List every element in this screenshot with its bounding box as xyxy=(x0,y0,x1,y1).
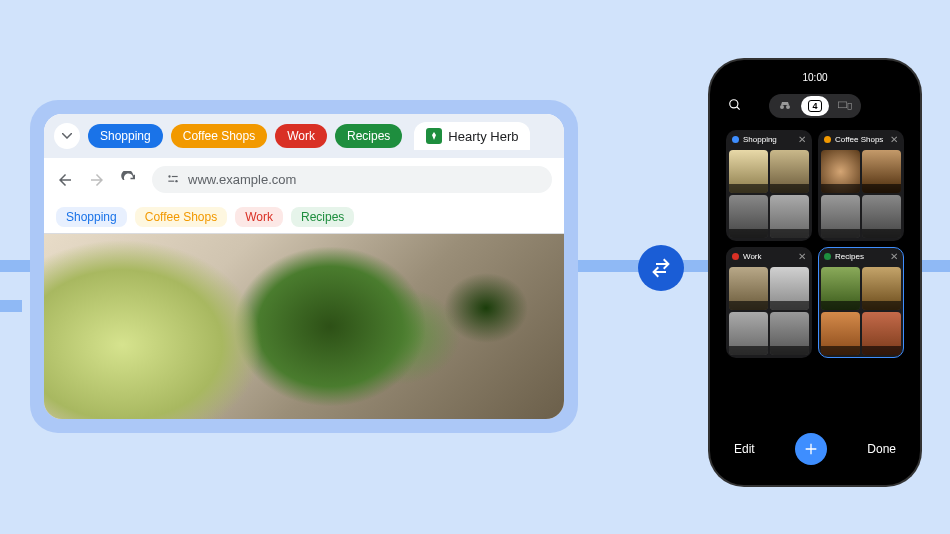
phone-screen: 10:00 4 xyxy=(718,68,912,477)
tab-thumbnail[interactable] xyxy=(821,195,860,238)
search-icon xyxy=(728,98,742,112)
seg-devices[interactable] xyxy=(831,96,859,116)
tab-thumbnail[interactable] xyxy=(729,312,768,355)
group-close-button[interactable]: ✕ xyxy=(798,134,806,145)
tab-thumbnail[interactable] xyxy=(862,150,901,193)
desktop-browser-frame: Shopping Coffee Shops Work Recipes Heart… xyxy=(30,100,578,433)
browser-window: Shopping Coffee Shops Work Recipes Heart… xyxy=(44,114,564,419)
phone-status-bar: 10:00 xyxy=(718,68,912,88)
reload-button[interactable] xyxy=(120,171,138,189)
svg-rect-6 xyxy=(848,104,852,110)
back-button[interactable] xyxy=(56,171,74,189)
tab-thumbnail[interactable] xyxy=(770,195,809,238)
phone-search-button[interactable] xyxy=(728,98,742,115)
reload-icon xyxy=(120,171,138,189)
tab-thumbnail[interactable] xyxy=(821,150,860,193)
tab-count: 4 xyxy=(808,100,821,112)
tab-thumbnail[interactable] xyxy=(862,195,901,238)
sync-badge xyxy=(638,245,684,291)
group-label: Coffee Shops xyxy=(835,135,886,144)
phone-time: 10:00 xyxy=(802,72,827,88)
phone-group-shopping[interactable]: Shopping ✕ xyxy=(726,130,812,241)
phone-frame: 10:00 4 xyxy=(710,60,920,485)
page-content xyxy=(44,234,564,419)
phone-toolbar: 4 xyxy=(718,88,912,124)
seg-incognito[interactable] xyxy=(771,96,799,116)
phone-group-work[interactable]: Work ✕ xyxy=(726,247,812,358)
forward-arrow-icon xyxy=(88,171,106,189)
active-tab-title: Hearty Herb xyxy=(448,129,518,144)
group-label: Recipes xyxy=(835,252,886,261)
group-color-dot xyxy=(732,136,739,143)
phone-bottom-bar: Edit Done xyxy=(718,425,912,477)
group-tiles xyxy=(727,148,811,240)
group-label: Shopping xyxy=(743,135,794,144)
svg-point-0 xyxy=(168,175,170,177)
done-button[interactable]: Done xyxy=(867,442,896,456)
plus-icon xyxy=(803,441,819,457)
group-color-dot xyxy=(824,253,831,260)
group-color-dot xyxy=(732,253,739,260)
group-tiles xyxy=(727,265,811,357)
tab-thumbnail[interactable] xyxy=(770,150,809,193)
tab-strip: Shopping Coffee Shops Work Recipes Heart… xyxy=(44,114,564,158)
group-color-dot xyxy=(824,136,831,143)
tab-group-shopping[interactable]: Shopping xyxy=(88,124,163,148)
bookmark-recipes[interactable]: Recipes xyxy=(291,207,354,227)
bookmark-work[interactable]: Work xyxy=(235,207,283,227)
sync-arrows-icon xyxy=(649,256,673,280)
group-header: Shopping ✕ xyxy=(727,131,811,148)
site-settings-icon[interactable] xyxy=(166,173,180,187)
back-arrow-icon xyxy=(56,171,74,189)
svg-point-2 xyxy=(175,180,177,182)
tab-group-work[interactable]: Work xyxy=(275,124,327,148)
group-close-button[interactable]: ✕ xyxy=(890,251,898,262)
forward-button[interactable] xyxy=(88,171,106,189)
seg-tabs[interactable]: 4 xyxy=(801,96,829,116)
group-header: Coffee Shops ✕ xyxy=(819,131,903,148)
active-tab[interactable]: Hearty Herb xyxy=(414,122,530,150)
svg-rect-3 xyxy=(168,180,174,181)
group-label: Work xyxy=(743,252,794,261)
group-header: Work ✕ xyxy=(727,248,811,265)
tab-thumbnail[interactable] xyxy=(821,312,860,355)
tab-thumbnail[interactable] xyxy=(729,195,768,238)
tab-thumbnail[interactable] xyxy=(862,312,901,355)
chevron-down-icon xyxy=(62,133,72,139)
phone-group-coffee[interactable]: Coffee Shops ✕ xyxy=(818,130,904,241)
tab-thumbnail[interactable] xyxy=(729,150,768,193)
tab-thumbnail[interactable] xyxy=(821,267,860,310)
tab-group-coffee[interactable]: Coffee Shops xyxy=(171,124,268,148)
svg-rect-5 xyxy=(839,102,847,108)
address-bar[interactable]: www.example.com xyxy=(152,166,552,193)
incognito-icon xyxy=(779,101,791,111)
group-close-button[interactable]: ✕ xyxy=(890,134,898,145)
browser-toolbar: www.example.com xyxy=(44,158,564,201)
tab-favicon xyxy=(426,128,442,144)
group-header: Recipes ✕ xyxy=(819,248,903,265)
tab-thumbnail[interactable] xyxy=(770,312,809,355)
bookmark-shopping[interactable]: Shopping xyxy=(56,207,127,227)
tab-group-recipes[interactable]: Recipes xyxy=(335,124,402,148)
tab-groups-grid: Shopping ✕ Coffee Shops ✕ xyxy=(718,124,912,425)
phone-segment-control: 4 xyxy=(769,94,861,118)
tab-thumbnail[interactable] xyxy=(729,267,768,310)
group-tiles xyxy=(819,148,903,240)
tab-dropdown[interactable] xyxy=(54,123,80,149)
svg-rect-1 xyxy=(172,175,178,176)
edit-button[interactable]: Edit xyxy=(734,442,755,456)
tab-thumbnail[interactable] xyxy=(862,267,901,310)
group-close-button[interactable]: ✕ xyxy=(798,251,806,262)
bookmarks-bar: Shopping Coffee Shops Work Recipes xyxy=(44,201,564,234)
svg-point-4 xyxy=(730,99,738,107)
recipe-hero-image xyxy=(44,234,564,419)
devices-icon xyxy=(838,101,852,111)
url-text: www.example.com xyxy=(188,172,296,187)
bookmark-coffee[interactable]: Coffee Shops xyxy=(135,207,228,227)
group-tiles xyxy=(819,265,903,357)
new-tab-button[interactable] xyxy=(795,433,827,465)
phone-group-recipes[interactable]: Recipes ✕ xyxy=(818,247,904,358)
tab-thumbnail[interactable] xyxy=(770,267,809,310)
